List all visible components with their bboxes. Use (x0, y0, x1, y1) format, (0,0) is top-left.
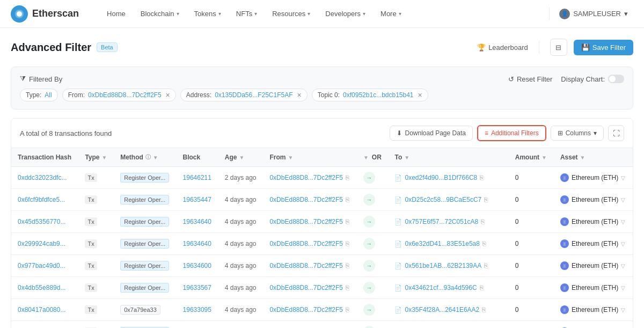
remove-address-chip-button[interactable]: × (297, 91, 302, 99)
filter-chip-address: Address: 0x135DDa56...F25C1F5AF × (180, 89, 308, 101)
block-link-0[interactable]: 19646211 (183, 174, 211, 181)
additional-filters-button[interactable]: ≡ Additional Filters (477, 125, 546, 141)
to-addr-link-2[interactable]: 0x757E6f57...72C051cA8 (405, 218, 478, 225)
remove-topic-chip-button[interactable]: × (418, 91, 422, 99)
from-addr-link-1[interactable]: 0xDbEd88D8...7Dc2ff2F5 (269, 196, 343, 203)
tx-hash-link-1[interactable]: 0x6fcf9bfdfce5... (18, 196, 65, 203)
tx-hash-link-2[interactable]: 0x45d5356770... (18, 218, 65, 225)
block-link-3[interactable]: 19634640 (183, 240, 211, 247)
save-filter-button[interactable]: 💾 Save Filter (574, 40, 633, 55)
amount-filter-icon[interactable]: ▼ (541, 155, 547, 161)
from-addr-link-5[interactable]: 0xDbEd88D8...7Dc2ff2F5 (269, 284, 343, 291)
cell-spacer-2 (495, 211, 508, 233)
copy-from-icon-2[interactable]: ⎘ (346, 218, 349, 225)
to-addr-link-5[interactable]: 0x434621cf...93a4d596C (405, 284, 477, 291)
copy-to-icon-2[interactable]: ⎘ (481, 218, 485, 225)
nav-logo[interactable]: Etherscan (11, 5, 79, 23)
to-addr-link-1[interactable]: 0xD25c2c58...9BCaE5cC7 (405, 196, 481, 203)
nav-user[interactable]: 👤 SAMPLEUSER ▾ (554, 5, 633, 23)
direction-arrow-4: → (363, 260, 375, 272)
copy-from-icon-5[interactable]: ⎘ (346, 284, 349, 291)
tx-hash-link-0[interactable]: 0xddc32023dfc... (18, 174, 67, 181)
cell-from-7: 0xDbEd88D8...7Dc2ff2F5 ⎘ (263, 321, 356, 329)
to-addr-link-0[interactable]: 0xed2f4d90...B1Df766C8 (405, 174, 477, 181)
chart-toggle-switch[interactable] (608, 75, 624, 83)
th-method: Methodⓘ▼ (114, 148, 176, 167)
to-addr-link-3[interactable]: 0x6e32dD41...83E51e5a8 (405, 240, 479, 247)
copy-to-icon-6[interactable]: ⎘ (482, 306, 486, 314)
block-link-1[interactable]: 19635447 (183, 196, 211, 203)
copy-to-icon-3[interactable]: ⎘ (482, 240, 486, 247)
additional-filters-icon: ≡ (485, 129, 488, 137)
cell-asset-6: Ξ Ethereum (ETH) ▽ (554, 299, 633, 321)
to-filter-icon[interactable]: ▼ (404, 155, 409, 161)
filter-chip-from: From: 0xDbEd88D8...7Dc2ff2F5 × (62, 89, 176, 101)
copy-to-icon-0[interactable]: ⎘ (480, 174, 484, 181)
method-filter-icon[interactable]: ▼ (153, 155, 158, 161)
copy-from-icon-1[interactable]: ⎘ (346, 196, 349, 203)
block-link-4[interactable]: 19634600 (183, 262, 211, 269)
nav-nfts[interactable]: NFTs▾ (230, 6, 264, 21)
table-row: 0x80417a0080... Tx 0x7a79ea33 19633095 4… (11, 299, 633, 321)
tx-hash-link-4[interactable]: 0x977bac49d0... (18, 262, 65, 269)
columns-button[interactable]: ⊞ Columns ▾ (551, 126, 604, 141)
age-filter-icon[interactable]: ▼ (239, 155, 244, 161)
copy-from-icon-3[interactable]: ⎘ (346, 240, 349, 247)
nav-blockchain[interactable]: Blockchain▾ (134, 6, 186, 21)
logo-text: Etherscan (32, 8, 79, 19)
copy-from-icon-6[interactable]: ⎘ (346, 306, 349, 314)
to-addr-link-6[interactable]: 0x35F4f28A...2641E6AA2 (405, 306, 479, 314)
tx-hash-link-3[interactable]: 0x299924cab9... (18, 240, 65, 247)
layout-toggle-button[interactable]: ⊟ (550, 39, 567, 56)
copy-to-icon-5[interactable]: ⎘ (480, 284, 484, 291)
nav-developers[interactable]: Developers▾ (319, 6, 372, 21)
reset-icon: ↺ (508, 75, 514, 83)
from-addr-link-2[interactable]: 0xDbEd88D8...7Dc2ff2F5 (269, 218, 343, 225)
to-addr-link-4[interactable]: 0x561be1AB...62B2139AA (405, 262, 481, 269)
nav-home[interactable]: Home (100, 6, 132, 21)
asset-filter-icon[interactable]: ▼ (580, 155, 586, 161)
nav-more[interactable]: More▾ (374, 6, 408, 21)
cell-to-0: 📄 0xed2f4d90...B1Df766C8 ⎘ (388, 167, 495, 189)
asset-filter-row-icon-2[interactable]: ▽ (621, 219, 625, 225)
nav-tokens[interactable]: Tokens▾ (188, 6, 228, 21)
asset-filter-row-icon-4[interactable]: ▽ (621, 263, 625, 269)
method-info-icon[interactable]: ⓘ (145, 154, 151, 161)
from-addr-link-4[interactable]: 0xDbEd88D8...7Dc2ff2F5 (269, 262, 343, 269)
remove-from-chip-button[interactable]: × (166, 91, 170, 99)
tx-hash-link-6[interactable]: 0x80417a0080... (18, 306, 65, 314)
copy-to-icon-4[interactable]: ⎘ (484, 262, 488, 269)
reset-filter-button[interactable]: ↺ Reset Filter (508, 75, 552, 83)
columns-chevron-icon: ▾ (594, 129, 597, 137)
asset-filter-row-icon-0[interactable]: ▽ (621, 175, 625, 181)
type-filter-icon[interactable]: ▼ (102, 155, 107, 161)
cell-type-6: Tx (78, 299, 114, 321)
copy-from-icon-0[interactable]: ⎘ (346, 174, 349, 181)
or-filter-icon[interactable]: ▼ (363, 155, 369, 161)
user-chevron-icon: ▾ (624, 10, 628, 18)
copy-to-icon-1[interactable]: ⎘ (484, 196, 488, 203)
th-hash: Transaction Hash (11, 148, 78, 167)
from-filter-icon[interactable]: ▼ (288, 155, 293, 161)
from-addr-link-6[interactable]: 0xDbEd88D8...7Dc2ff2F5 (269, 306, 343, 314)
asset-filter-row-icon-3[interactable]: ▽ (621, 241, 625, 247)
tx-hash-link-5[interactable]: 0x4db55e889d... (18, 284, 65, 291)
download-page-data-button[interactable]: ⬇ Download Page Data (390, 126, 472, 141)
expand-button[interactable]: ⛶ (608, 125, 624, 141)
nav-resources[interactable]: Resources▾ (266, 6, 317, 21)
nav-divider (549, 8, 550, 20)
copy-from-icon-4[interactable]: ⎘ (346, 262, 349, 269)
cell-spacer-3 (495, 233, 508, 255)
asset-filter-row-icon-1[interactable]: ▽ (621, 197, 625, 203)
asset-filter-row-icon-6[interactable]: ▽ (621, 307, 625, 313)
table-row: 0x45d5356770... Tx Register Oper... 1963… (11, 211, 633, 233)
cell-type-2: Tx (78, 211, 114, 233)
block-link-2[interactable]: 19634640 (183, 218, 211, 225)
from-addr-link-3[interactable]: 0xDbEd88D8...7Dc2ff2F5 (269, 240, 343, 247)
leaderboard-link[interactable]: 🏆 Leaderboard (477, 43, 528, 52)
from-addr-link-0[interactable]: 0xDbEd88D8...7Dc2ff2F5 (269, 174, 343, 181)
block-link-5[interactable]: 19633567 (183, 284, 211, 291)
asset-filter-row-icon-5[interactable]: ▽ (621, 285, 625, 291)
age-text-0: 2 days ago (225, 174, 257, 181)
block-link-6[interactable]: 19633095 (183, 306, 211, 314)
